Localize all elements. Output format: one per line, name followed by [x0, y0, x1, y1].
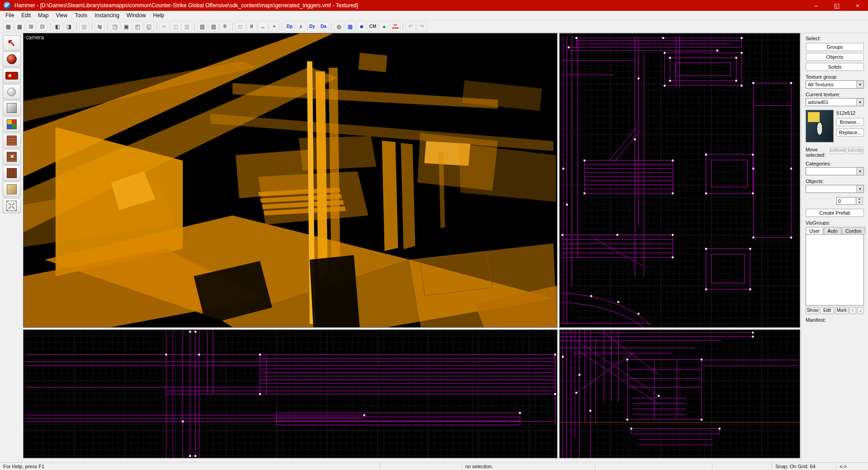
- color-mode[interactable]: CM: [368, 22, 378, 32]
- current-texture-dropdown[interactable]: ads/ad01 ▼: [806, 98, 864, 106]
- chevron-down-icon[interactable]: ▼: [856, 99, 863, 106]
- to-world-button[interactable]: toWorld: [830, 147, 846, 154]
- visgroups-list[interactable]: [806, 234, 864, 306]
- viewport-2d-top[interactable]: [559, 33, 800, 328]
- smart-edit[interactable]: ●: [379, 22, 389, 32]
- texture-group-dropdown[interactable]: All Textures ▼: [806, 80, 864, 89]
- radius-culling[interactable]: ®: [220, 22, 230, 32]
- to-entity-button[interactable]: toEntity: [848, 147, 864, 154]
- block-tool[interactable]: [3, 100, 21, 116]
- paste[interactable]: ▥: [182, 22, 192, 32]
- toolbar-separator: [92, 22, 92, 31]
- chevron-down-icon[interactable]: ▼: [856, 168, 863, 175]
- menu-file[interactable]: File: [2, 11, 18, 19]
- create-prefab-button[interactable]: Create Prefab: [806, 209, 864, 217]
- menu-map[interactable]: Map: [34, 11, 52, 19]
- entity-tool[interactable]: [3, 84, 21, 99]
- clipping-tool[interactable]: [3, 182, 21, 197]
- chevron-down-icon[interactable]: ▼: [856, 81, 863, 88]
- visgroups-tab-auto[interactable]: Auto: [824, 227, 841, 234]
- replace-button[interactable]: Replace...: [836, 128, 864, 136]
- redo[interactable]: ↷: [417, 22, 427, 32]
- grid-smaller[interactable]: ⊟: [37, 22, 47, 32]
- texture-lock[interactable]: ▧: [197, 22, 208, 32]
- prefab-count-spinner: ▲ ▼: [856, 197, 863, 205]
- visgroups-mark-button[interactable]: Mark: [835, 307, 849, 314]
- menu-tools[interactable]: Tools: [71, 11, 91, 19]
- visgroups-edit-button[interactable]: Edit: [820, 307, 834, 314]
- vertex-tool[interactable]: [3, 198, 21, 213]
- ungroup[interactable]: ◱: [144, 22, 154, 32]
- maximize-button[interactable]: ◱: [826, 0, 847, 11]
- move-selection[interactable]: +: [269, 22, 279, 32]
- undo[interactable]: ↶: [406, 22, 416, 32]
- categories-label: Categories:: [806, 161, 864, 166]
- displacement-alpha[interactable]: Da: [318, 22, 329, 32]
- chevron-down-icon[interactable]: ▼: [856, 185, 863, 193]
- copy[interactable]: ◫: [170, 22, 181, 32]
- apply-current-texture-tool[interactable]: [3, 133, 21, 148]
- camera-tool[interactable]: [3, 68, 21, 83]
- visgroups-up-button[interactable]: ↑: [849, 307, 856, 314]
- displacement-sew[interactable]: Dy: [307, 22, 317, 32]
- objects-value: [806, 185, 856, 193]
- apply-decals-tool[interactable]: [3, 149, 21, 164]
- cordon-toggle[interactable]: ◍: [334, 22, 344, 32]
- visgroups-tab-cordon[interactable]: Cordon: [842, 227, 865, 234]
- load-window-state[interactable]: ◧: [52, 22, 63, 32]
- grid-toggle[interactable]: ▦: [3, 22, 14, 32]
- viewport-3d-camera[interactable]: camera: [23, 33, 557, 328]
- prefab-count-field[interactable]: 0: [836, 197, 856, 205]
- viewport-2d-top-canvas: [560, 33, 800, 327]
- minimize-button[interactable]: –: [806, 0, 826, 11]
- cut[interactable]: ✂: [159, 22, 170, 32]
- drag-sides[interactable]: ↔: [258, 22, 268, 32]
- groups-button[interactable]: Groups: [806, 43, 864, 51]
- toolbar-separator: [331, 22, 331, 31]
- object-bar: Select: GroupsObjectsSolids Texture grou…: [801, 33, 868, 462]
- print[interactable]: ▤: [79, 22, 90, 32]
- model-fade-preview[interactable]: ■: [356, 22, 367, 32]
- menu-help[interactable]: Help: [150, 11, 168, 19]
- menu-edit[interactable]: Edit: [18, 11, 34, 19]
- viewport-2d-front[interactable]: [23, 329, 557, 458]
- texture-shift-lock[interactable]: tl: [246, 22, 257, 32]
- magnify-tool[interactable]: [3, 52, 21, 67]
- show-3d-grid[interactable]: ▦: [345, 22, 355, 32]
- spinner-down-icon[interactable]: ▼: [856, 201, 863, 205]
- viewport-2d-side[interactable]: [559, 329, 800, 458]
- close-button[interactable]: ×: [847, 0, 868, 11]
- objects-label: Objects:: [806, 179, 864, 184]
- texture-scale-lock[interactable]: ▨: [208, 22, 219, 32]
- grid-larger[interactable]: ⊞: [26, 22, 36, 32]
- selection-tool[interactable]: [3, 35, 21, 51]
- texture-group-label: Texture group:: [806, 74, 864, 80]
- visgroups-tab-user[interactable]: User: [806, 227, 823, 234]
- path-tool[interactable]: ∧: [296, 22, 306, 32]
- select-touching[interactable]: □: [235, 22, 245, 32]
- spinner-up-icon[interactable]: ▲: [856, 197, 863, 201]
- apply-overlays-tool[interactable]: [3, 165, 21, 181]
- carve[interactable]: ◳: [110, 22, 120, 32]
- objects-button[interactable]: Objects: [806, 53, 864, 61]
- grid-3d-toggle[interactable]: ▩: [14, 22, 25, 32]
- solids-button[interactable]: Solids: [806, 63, 864, 71]
- group[interactable]: ◰: [132, 22, 143, 32]
- menu-view[interactable]: View: [52, 11, 71, 19]
- objects-dropdown[interactable]: ▼: [806, 185, 864, 193]
- browse-button[interactable]: Browse...: [836, 118, 864, 126]
- make-hollow[interactable]: ▣: [121, 22, 132, 32]
- menu-instancing[interactable]: Instancing: [91, 11, 123, 19]
- menu-window[interactable]: Window: [123, 11, 150, 19]
- toggle-group-ignore[interactable]: ig: [94, 22, 105, 32]
- status-size: [595, 463, 712, 470]
- visgroups-show-button[interactable]: Show: [806, 307, 819, 314]
- visgroups-down-button[interactable]: ↓: [857, 307, 864, 314]
- move-selected-row: Move selected: toWorld toEntity: [806, 147, 864, 158]
- no-draw[interactable]: no draw: [390, 22, 401, 32]
- texture-application-tool[interactable]: [3, 117, 21, 132]
- displacement-paint[interactable]: Dp: [284, 22, 295, 32]
- texture-preview[interactable]: [806, 110, 834, 142]
- categories-dropdown[interactable]: ▼: [806, 167, 864, 175]
- save-window-state[interactable]: ◨: [64, 22, 74, 32]
